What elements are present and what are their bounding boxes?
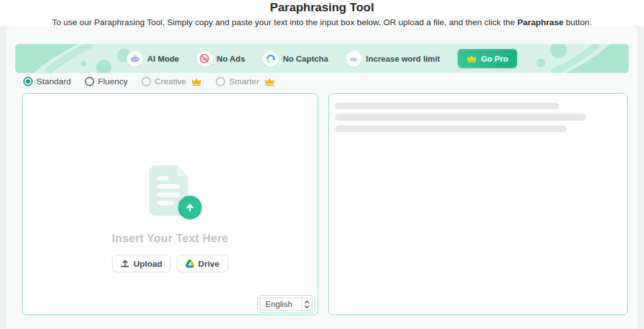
- subtitle-bold-word: Paraphrase: [518, 18, 564, 27]
- drive-button[interactable]: Drive: [177, 255, 228, 272]
- feature-label: Increase word limit: [366, 54, 440, 64]
- mode-creative[interactable]: Creative: [142, 77, 202, 86]
- file-buttons: Upload Drive: [112, 255, 228, 272]
- robot-icon: [127, 51, 143, 67]
- google-drive-icon: [186, 260, 194, 268]
- feature-label: AI Mode: [147, 54, 179, 64]
- feature-label: No Captcha: [283, 54, 328, 64]
- feature-ai-mode: AI Mode: [127, 51, 179, 67]
- go-pro-button[interactable]: Go Pro: [458, 49, 517, 68]
- radio-smarter[interactable]: [216, 77, 225, 86]
- upload-button[interactable]: Upload: [112, 255, 171, 272]
- no-ads-icon: Ad: [197, 51, 213, 67]
- input-placeholder: Insert Your Text Here: [112, 232, 228, 245]
- input-textarea[interactable]: Insert Your Text Here Upload Drive: [22, 93, 318, 315]
- document-upload-icon: [139, 164, 202, 222]
- radio-creative[interactable]: [142, 77, 151, 86]
- mode-standard[interactable]: Standard: [23, 77, 71, 86]
- output-area: [328, 93, 628, 315]
- refresh-icon: [263, 51, 279, 67]
- crown-icon: [191, 77, 202, 86]
- skeleton-line: [335, 114, 586, 121]
- mode-smarter[interactable]: Smarter: [216, 77, 275, 86]
- radio-fluency[interactable]: [85, 77, 94, 86]
- page-title: Paraphrasing Tool: [0, 1, 644, 14]
- radio-standard[interactable]: [23, 77, 33, 86]
- crown-icon: [467, 54, 477, 63]
- mode-fluency[interactable]: Fluency: [85, 77, 128, 86]
- features-banner: AI Mode Ad No Ads No Captcha: [15, 44, 629, 73]
- mode-selector: Standard Fluency Creative Smarter: [23, 77, 275, 86]
- feature-no-ads: Ad No Ads: [197, 51, 245, 67]
- infinity-icon: ∞: [346, 51, 362, 67]
- document-fold: [177, 165, 188, 176]
- language-select[interactable]: English: [260, 298, 313, 311]
- language-value: English: [260, 299, 301, 309]
- select-spinner-icon: [301, 298, 312, 310]
- upload-arrow-icon: [178, 196, 202, 220]
- input-empty-state: Insert Your Text Here Upload Drive: [23, 94, 318, 315]
- skeleton-line: [335, 125, 567, 132]
- skeleton-line: [335, 103, 559, 109]
- feature-no-captcha: No Captcha: [263, 51, 328, 67]
- crown-icon: [264, 77, 275, 86]
- features-row: AI Mode Ad No Ads No Captcha: [15, 44, 629, 73]
- language-select-wrapper: English: [257, 295, 315, 313]
- upload-icon: [121, 259, 130, 268]
- feature-word-limit: ∞ Increase word limit: [346, 51, 440, 67]
- page-subtitle: To use our Paraphrasing Tool, Simply cop…: [0, 18, 644, 27]
- feature-label: No Ads: [217, 54, 245, 64]
